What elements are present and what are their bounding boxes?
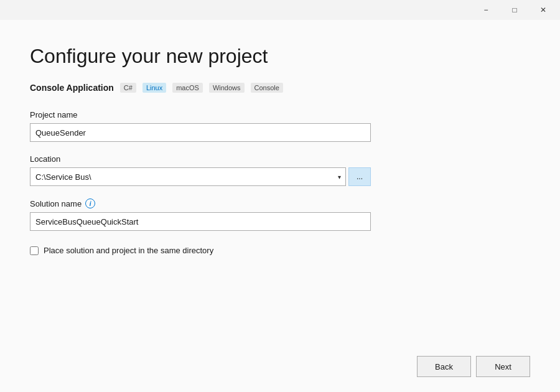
tag-linux: Linux — [142, 83, 166, 93]
project-name-label: Project name — [30, 110, 530, 119]
window: − □ ✕ Configure your new project Console… — [0, 0, 560, 392]
solution-name-label: Solution name i — [30, 198, 530, 208]
project-name-group: Project name — [30, 110, 530, 142]
tag-macos: macOS — [172, 83, 203, 93]
location-group: Location C:\Service Bus\ ▾ ... — [30, 154, 530, 186]
tag-console: Console — [251, 83, 283, 93]
solution-name-input[interactable] — [30, 212, 371, 231]
browse-button[interactable]: ... — [348, 167, 371, 186]
same-directory-label[interactable]: Place solution and project in the same d… — [44, 246, 213, 255]
tag-windows: Windows — [209, 83, 245, 93]
next-button[interactable]: Next — [476, 356, 530, 377]
same-directory-checkbox-row: Place solution and project in the same d… — [30, 246, 530, 255]
location-label: Location — [30, 154, 530, 164]
project-name-input[interactable] — [30, 123, 371, 142]
footer: Back Next — [0, 346, 560, 392]
info-icon: i — [85, 198, 95, 208]
title-bar: − □ ✕ — [0, 0, 560, 20]
page-title: Configure your new project — [30, 45, 530, 68]
main-content: Configure your new project Console Appli… — [0, 20, 560, 346]
same-directory-checkbox[interactable] — [30, 246, 39, 255]
form-section: Project name Location C:\Service Bus\ ▾ … — [30, 110, 530, 255]
solution-name-group: Solution name i — [30, 198, 530, 231]
subtitle-row: Console Application C# Linux macOS Windo… — [30, 83, 530, 93]
minimize-button[interactable]: − — [472, 0, 500, 20]
close-button[interactable]: ✕ — [529, 0, 558, 20]
location-select-wrapper: C:\Service Bus\ ▾ — [30, 167, 346, 186]
back-button[interactable]: Back — [417, 356, 471, 377]
maximize-button[interactable]: □ — [500, 0, 529, 20]
tag-csharp: C# — [120, 83, 136, 93]
location-row: C:\Service Bus\ ▾ ... — [30, 167, 371, 186]
location-select[interactable]: C:\Service Bus\ — [30, 167, 346, 186]
app-name: Console Application — [30, 83, 114, 93]
